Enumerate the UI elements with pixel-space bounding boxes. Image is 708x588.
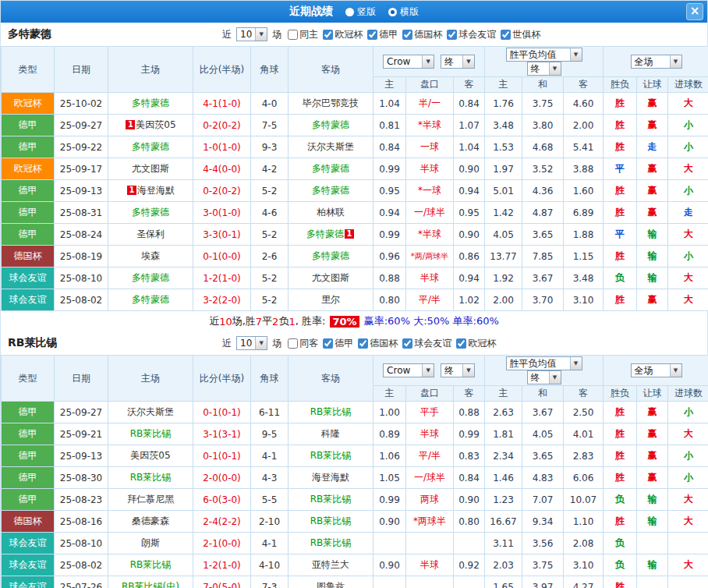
odds-final-select[interactable]: 终 ▼	[441, 363, 475, 377]
away-odds	[454, 533, 485, 554]
filter-checkbox-欧冠杯[interactable]: 欧冠杯	[456, 337, 496, 350]
home-odds: 0.84	[373, 136, 406, 158]
match-type-cell: 德甲	[2, 423, 55, 445]
match-count-value: 10	[240, 29, 252, 40]
handicap-outcome: 输	[637, 554, 668, 576]
checkbox-input[interactable]	[288, 30, 298, 40]
scope-select[interactable]: 全场 ▼	[631, 363, 682, 377]
avg-odds-value: 胜平负均值	[510, 48, 557, 62]
matches-label: 场	[272, 337, 281, 350]
away-odds: 0.86	[454, 246, 485, 267]
col-corner: 角球	[251, 47, 289, 93]
avg-final-select[interactable]: 终 ▼	[527, 62, 561, 76]
subcol-result: 胜负	[604, 77, 637, 93]
subcol-goals-result: 进球数	[668, 77, 708, 93]
checkbox-input[interactable]	[501, 30, 511, 40]
layout-radio-vertical[interactable]: 竖版	[345, 5, 376, 19]
checkbox-input[interactable]	[358, 338, 368, 349]
col-home: 主场	[108, 47, 193, 93]
match-date: 25-08-10	[55, 267, 108, 289]
match-type-cell: 欧冠杯	[2, 93, 55, 115]
summary-segment: 7	[256, 316, 262, 328]
match-type-cell: 球会友谊	[2, 267, 55, 289]
handicap-line: *半球	[406, 115, 454, 136]
avg-home-odds: 1.42	[485, 202, 522, 224]
away-odds: 0.99	[454, 423, 485, 445]
avg-odds-select[interactable]: 胜平负均值 ▼	[506, 48, 582, 62]
home-team: RB莱比锡	[108, 554, 193, 576]
filter-checkboxes: 同主欧冠杯德甲德国杯球会友谊世俱杯	[288, 28, 545, 41]
filter-checkbox-同主[interactable]: 同主	[288, 28, 318, 41]
filter-checkbox-德国杯[interactable]: 德国杯	[402, 28, 442, 41]
odds-company-select[interactable]: Crow ▼	[383, 55, 434, 69]
home-team: 多特蒙德	[108, 136, 193, 158]
filter-checkbox-世俱杯[interactable]: 世俱杯	[501, 28, 540, 41]
away-team: 多特蒙德	[289, 115, 373, 136]
chevron-down-icon: ▼	[255, 28, 267, 41]
checkbox-input[interactable]	[323, 338, 333, 349]
avg-odds-select[interactable]: 胜平负均值 ▼	[506, 356, 582, 370]
chevron-down-icon: ▼	[670, 55, 681, 68]
match-score: 0-2(0-2)	[193, 180, 251, 202]
odds-company-select[interactable]: Crow ▼	[383, 363, 434, 377]
handicap-line: 一/球半	[406, 202, 454, 224]
corner-count: 5-2	[251, 224, 289, 246]
avg-away-odds: 1.88	[564, 224, 604, 246]
handicap-outcome: 输	[637, 511, 668, 533]
avg-home-odds: 5.01	[485, 180, 522, 202]
checkbox-input[interactable]	[402, 30, 412, 40]
avg-draw-odds: 4.87	[522, 202, 564, 224]
match-count-select[interactable]: 10 ▼	[236, 27, 267, 41]
table-row: 德甲25-09-13美因茨050-1(0-1)4-1RB莱比锡1.06平/半0.…	[2, 445, 708, 467]
handicap-outcome: 输	[637, 489, 668, 511]
filter-checkbox-欧冠杯[interactable]: 欧冠杯	[323, 28, 363, 41]
checkbox-input[interactable]	[288, 338, 298, 349]
match-score: 3-0(1-0)	[193, 202, 251, 224]
result-outcome: 胜	[604, 511, 637, 533]
filter-checkbox-德甲[interactable]: 德甲	[323, 337, 353, 350]
col-score: 比分(半场)	[193, 356, 251, 402]
section-header: 多特蒙德 近 10 ▼ 场 同主欧冠杯德甲德国杯球会友谊世俱杯	[1, 23, 707, 46]
match-date: 25-08-02	[55, 554, 108, 576]
table-row: 德甲25-09-22多特蒙德1-0(1-0)9-3沃尔夫斯堡0.84一球1.04…	[2, 136, 708, 158]
avg-final-select[interactable]: 终 ▼	[527, 370, 561, 384]
goals-outcome: 大	[668, 423, 708, 445]
avg-draw-odds: 3.80	[522, 115, 564, 136]
handicap-outcome: 走	[637, 136, 668, 158]
checkbox-input[interactable]	[456, 338, 466, 349]
filter-checkbox-同客[interactable]: 同客	[288, 337, 318, 350]
subcol-goals-result: 进球数	[668, 386, 708, 402]
radio-selected-icon	[388, 8, 397, 16]
away-odds: 0.95	[454, 202, 485, 224]
record-summary: 近10场,胜7平2负1, 胜率: 70% 赢率:60% 大:50% 单率:60%	[1, 311, 707, 331]
col-date: 日期	[55, 47, 108, 93]
home-team: 朗斯	[108, 533, 193, 554]
filter-checkbox-球会友谊[interactable]: 球会友谊	[447, 28, 496, 41]
match-count-select[interactable]: 10 ▼	[236, 336, 267, 350]
checkbox-input[interactable]	[447, 30, 457, 40]
col-type: 类型	[2, 47, 55, 93]
team-name: 亚特兰大	[312, 559, 349, 570]
summary-segment: 大:50%	[410, 314, 449, 328]
layout-radio-horizontal[interactable]: 横版	[388, 5, 419, 19]
checkbox-input[interactable]	[367, 30, 377, 40]
avg-draw-odds: 3.70	[522, 289, 564, 311]
filter-checkbox-德甲[interactable]: 德甲	[367, 28, 398, 41]
checkbox-input[interactable]	[402, 338, 412, 349]
filter-checkbox-德国杯[interactable]: 德国杯	[358, 337, 398, 350]
avg-draw-odds: 3.97	[522, 576, 564, 588]
odds-final-select[interactable]: 终 ▼	[441, 55, 475, 69]
red-card-badge: 1	[345, 229, 354, 239]
table-row: 欧冠杯25-09-17尤文图斯4-4(0-0)4-2多特蒙德0.99半球0.90…	[2, 158, 708, 180]
handicap-line: 平/半	[406, 289, 454, 311]
handicap-line: 半球	[406, 267, 454, 289]
scope-select[interactable]: 全场 ▼	[631, 55, 682, 69]
checkbox-input[interactable]	[323, 30, 333, 40]
summary-segment: , 胜率:	[296, 314, 329, 328]
filter-checkbox-球会友谊[interactable]: 球会友谊	[402, 337, 451, 350]
odds-dropdown-cell: Crow ▼ 终 ▼	[373, 47, 485, 77]
match-date: 25-08-16	[55, 511, 108, 533]
away-odds: 0.90	[454, 489, 485, 511]
close-icon[interactable]: ×	[686, 3, 703, 20]
goals-outcome: 大	[668, 554, 708, 576]
